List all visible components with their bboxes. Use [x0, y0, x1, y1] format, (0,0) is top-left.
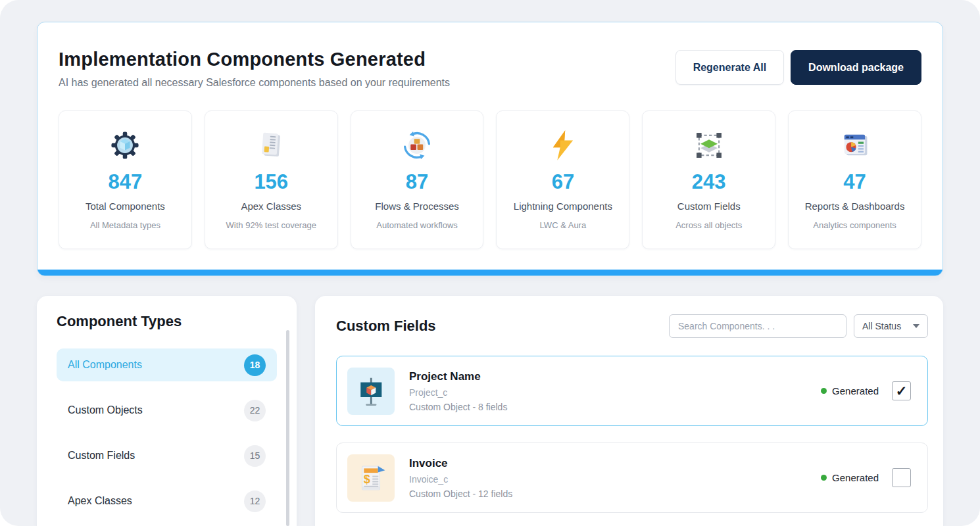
stat-value: 87	[356, 170, 478, 194]
count-badge: 18	[244, 354, 266, 376]
sidebar-item-custom-objects[interactable]: Custom Objects 22	[57, 394, 277, 427]
stat-label: Apex Classes	[210, 201, 332, 212]
component-meta: Custom Object - 12 fields	[409, 489, 821, 499]
layer-select-icon	[692, 128, 726, 162]
sidebar-item-label: Custom Objects	[68, 404, 143, 416]
stat-value: 47	[794, 170, 916, 194]
document-icon	[254, 128, 288, 162]
stat-sub: Automated workflows	[356, 220, 478, 230]
status-dot-icon	[821, 475, 827, 481]
sidebar-scrollbar[interactable]	[286, 330, 289, 526]
count-badge: 22	[244, 400, 266, 421]
search-input[interactable]	[669, 314, 846, 338]
stat-label: Total Components	[64, 201, 186, 212]
component-api-name: Project_c	[409, 387, 821, 398]
stat-value: 243	[648, 170, 770, 194]
page-title: Implementation Components Generated	[59, 49, 450, 70]
chevron-down-icon	[913, 324, 919, 328]
app-screen: Implementation Components Generated AI h…	[0, 0, 980, 526]
component-checkbox[interactable]	[892, 381, 911, 400]
panel-accent-bar	[37, 270, 943, 275]
stat-sub: All Metadata types	[64, 220, 186, 230]
stat-card-lightning-components: 67 Lightning Components LWC & Aura	[496, 110, 629, 249]
lightning-icon	[546, 128, 580, 162]
sidebar-item-label: Custom Fields	[68, 450, 135, 462]
section-title: Custom Fields	[336, 318, 436, 335]
count-badge: 15	[244, 445, 266, 467]
stat-card-total-components: 847 Total Components All Metadata types	[59, 110, 192, 249]
status-badge: Generated	[821, 472, 879, 483]
count-badge: 12	[244, 490, 266, 512]
sidebar-item-label: All Components	[68, 359, 142, 371]
stat-sub: With 92% test coverage	[210, 220, 332, 230]
stat-label: Reports & Dashboards	[794, 201, 916, 212]
component-api-name: Invoice_c	[409, 474, 821, 485]
svg-text:$: $	[364, 472, 370, 485]
stat-value: 847	[64, 170, 186, 194]
sidebar-item-custom-fields[interactable]: Custom Fields 15	[57, 439, 277, 472]
component-type-list: All Components 18 Custom Objects 22 Cust…	[57, 348, 277, 517]
download-package-button[interactable]: Download package	[791, 50, 921, 85]
stats-row: 847 Total Components All Metadata types	[57, 110, 923, 249]
component-row-invoice[interactable]: $ Invoice Invoice_c Custom Object - 12 f	[336, 442, 928, 513]
stat-card-apex-classes: 156 Apex Classes With 92% test coverage	[205, 110, 338, 249]
stat-label: Flows & Processes	[356, 201, 478, 212]
header-text: Implementation Components Generated AI h…	[59, 49, 450, 89]
page-subtitle: AI has generated all necessary Salesforc…	[59, 77, 450, 89]
dashboard-icon	[838, 128, 872, 162]
component-row-project-name[interactable]: Project Name Project_c Custom Object - 8…	[336, 356, 928, 426]
component-checkbox[interactable]	[892, 468, 911, 487]
stat-card-reports-dashboards: 47 Reports & Dashboards Analytics compon…	[788, 110, 921, 249]
generated-summary-panel: Implementation Components Generated AI h…	[37, 22, 943, 276]
component-title: Project Name	[409, 370, 821, 383]
stat-label: Lightning Components	[502, 201, 624, 212]
component-meta: Custom Object - 8 fields	[409, 402, 821, 412]
stat-value: 67	[502, 170, 624, 194]
stat-value: 156	[210, 170, 332, 194]
status-text: Generated	[832, 472, 879, 483]
stat-sub: Across all objects	[648, 220, 770, 230]
sidebar-title: Component Types	[57, 313, 277, 330]
custom-fields-panel: Custom Fields All Status	[315, 296, 943, 526]
stat-sub: Analytics components	[794, 220, 916, 230]
stat-sub: LWC & Aura	[502, 220, 624, 230]
sync-boxes-icon	[400, 128, 434, 162]
stat-card-custom-fields: 243 Custom Fields Across all objects	[642, 110, 775, 249]
stat-card-flows-processes: 87 Flows & Processes Automated workflows	[351, 110, 484, 249]
status-filter-dropdown[interactable]: All Status	[854, 314, 928, 338]
sidebar-item-all-components[interactable]: All Components 18	[57, 348, 277, 381]
status-badge: Generated	[821, 385, 879, 396]
invoice-icon: $	[347, 454, 395, 502]
sidebar-item-label: Apex Classes	[68, 495, 132, 507]
component-list: Project Name Project_c Custom Object - 8…	[336, 356, 928, 513]
sidebar-item-apex-classes[interactable]: Apex Classes 12	[57, 485, 277, 517]
status-text: Generated	[832, 385, 879, 396]
status-dot-icon	[821, 388, 827, 394]
gear-cube-icon	[108, 128, 142, 162]
status-filter-value: All Status	[862, 321, 901, 331]
component-title: Invoice	[409, 457, 821, 470]
presentation-cube-icon	[347, 368, 395, 415]
regenerate-all-button[interactable]: Regenerate All	[675, 50, 784, 85]
stat-label: Custom Fields	[648, 201, 770, 212]
component-types-panel: Component Types All Components 18 Custom…	[37, 296, 297, 526]
